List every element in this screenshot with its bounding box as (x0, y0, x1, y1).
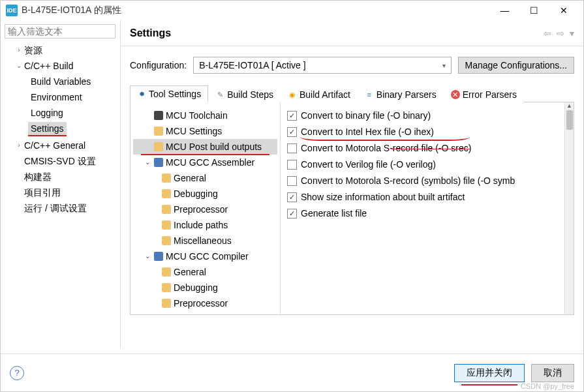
chevron-down-icon[interactable]: ⌄ (145, 156, 154, 169)
tool-tree: MCU ToolchainMCU SettingsMCU Post build … (131, 102, 281, 314)
footer: ? 应用并关闭 取消 CSDN @py_free (1, 354, 583, 391)
tool-tree-label: General (174, 172, 206, 185)
folder-icon (162, 283, 171, 292)
checkbox[interactable] (287, 209, 297, 219)
nav-arrows: ⇦ ⇨ ▾ (541, 28, 574, 38)
scroll-up-icon[interactable]: ▲ (565, 102, 574, 109)
checkbox-row: Generate list file (287, 205, 567, 222)
checkbox-row: Convert to Motorola S-record file (-O sr… (287, 140, 567, 157)
sidebar: ›资源⌄C/C++ BuildBuild VariablesEnvironmen… (1, 20, 121, 349)
nav-forward-icon[interactable]: ⇨ (557, 28, 564, 38)
tree-item-label: CMSIS-SVD 设置 (24, 155, 96, 168)
binary-icon: ≡ (365, 90, 374, 99)
checkbox[interactable] (287, 176, 297, 186)
tree-item[interactable]: CMSIS-SVD 设置 (3, 153, 117, 169)
maximize-button[interactable]: ☐ (519, 1, 549, 20)
tree-item[interactable]: Logging (3, 105, 117, 121)
configuration-label: Configuration: (130, 60, 187, 70)
chevron-right-icon[interactable]: › (14, 44, 24, 57)
tool-tree-item[interactable]: General (133, 170, 277, 186)
tool-tree-item[interactable]: ⌄MCU GCC Assembler (133, 155, 277, 170)
tool-tree-label: General (174, 265, 206, 279)
page-title: Settings (130, 27, 541, 39)
tree-item[interactable]: 构建器 (3, 169, 117, 185)
chevron-down-icon: ▾ (442, 62, 446, 69)
apply-and-close-button[interactable]: 应用并关闭 (454, 364, 525, 382)
checkbox[interactable] (287, 111, 297, 121)
checkbox[interactable] (287, 192, 297, 202)
filter-input[interactable] (5, 24, 115, 38)
tool-tree-item[interactable]: Include paths (133, 311, 277, 314)
tool-tree-item[interactable]: Preprocessor (133, 295, 277, 311)
tree-item[interactable]: 项目引用 (3, 185, 117, 200)
checkbox-row: Convert to Motorola S-record (symbols) f… (287, 173, 567, 189)
category-tree: ›资源⌄C/C++ BuildBuild VariablesEnvironmen… (1, 42, 120, 216)
error-icon: ✕ (451, 90, 460, 99)
checkbox[interactable] (287, 127, 297, 137)
folder-icon (162, 205, 171, 214)
tool-tree-label: Preprocessor (174, 297, 228, 310)
checkbox-label: Convert to Intel Hex file (-O ihex) (301, 125, 434, 139)
checkbox[interactable] (287, 143, 297, 153)
tool-settings-panel: MCU ToolchainMCU SettingsMCU Post build … (130, 102, 574, 315)
tree-item[interactable]: Environment (3, 89, 117, 105)
tab-build-steps[interactable]: ✎Build Steps (208, 86, 281, 102)
tab-error-parsers[interactable]: ✕Error Parsers (444, 86, 524, 102)
tool-tree-item[interactable]: MCU Settings (133, 123, 277, 139)
tool-tree-item[interactable]: MCU Toolchain (133, 108, 277, 123)
checkbox-label: Convert to Motorola S-record (symbols) f… (301, 174, 515, 188)
checkbox-label: Convert to binary file (-O binary) (301, 109, 431, 123)
tree-item[interactable]: ⌄C/C++ Build (3, 58, 117, 74)
titlebar: IDE B-L475E-IOT01A 的属性 — ☐ ✕ (1, 1, 583, 20)
tool-tree-label: MCU Toolchain (166, 109, 228, 122)
tool-tree-label: Debugging (174, 187, 218, 200)
tree-item-label: Environment (28, 91, 85, 104)
nav-back-icon[interactable]: ⇦ (544, 28, 551, 38)
app-icon: IDE (6, 5, 18, 16)
tree-item-label: 运行 / 调试设置 (24, 202, 87, 215)
chevron-right-icon[interactable]: › (14, 139, 24, 152)
tabs: ✹Tool Settings✎Build Steps◉Build Artifac… (130, 85, 574, 102)
scroll-thumb[interactable] (566, 110, 573, 130)
tool-tree-item[interactable]: Preprocessor (133, 202, 277, 217)
tool-tree-item[interactable]: MCU Post build outputs (133, 139, 277, 155)
checkbox[interactable] (287, 160, 297, 170)
checkbox-label: Generate list file (301, 207, 367, 220)
tree-item[interactable]: Build Variables (3, 74, 117, 89)
close-button[interactable]: ✕ (549, 1, 578, 20)
tab-build-artifact[interactable]: ◉Build Artifact (281, 86, 358, 102)
tool-tree-item[interactable]: General (133, 264, 277, 280)
tool-tree-item[interactable]: Debugging (133, 280, 277, 295)
heading-row: Settings ⇦ ⇨ ▾ (121, 20, 583, 46)
tree-item-label: Build Variables (28, 75, 93, 88)
tool-tree-label: Miscellaneous (174, 234, 232, 247)
tool-tree-label: Preprocessor (174, 203, 228, 216)
tool-tree-item[interactable]: Debugging (133, 186, 277, 202)
tool-tree-item[interactable]: Miscellaneous (133, 233, 277, 249)
tree-item[interactable]: Settings (3, 121, 117, 138)
chevron-down-icon[interactable]: ⌄ (14, 59, 24, 72)
tree-item-label: 项目引用 (24, 186, 61, 199)
tree-item[interactable]: ›资源 (3, 42, 117, 58)
cancel-button[interactable]: 取消 (531, 364, 574, 382)
tree-item-label: Settings (28, 122, 67, 136)
tool-tree-item[interactable]: Include paths (133, 217, 277, 233)
nav-menu-icon[interactable]: ▾ (570, 28, 574, 38)
checkbox-panel: Convert to binary file (-O binary)Conver… (281, 102, 574, 314)
configuration-bar: Configuration: B-L475E-IOT01A [ Active ]… (121, 46, 583, 85)
minimize-button[interactable]: — (490, 1, 519, 20)
vertical-scrollbar[interactable]: ▲ (564, 102, 574, 314)
chevron-down-icon[interactable]: ⌄ (145, 250, 154, 263)
configuration-dropdown[interactable]: B-L475E-IOT01A [ Active ] ▾ (193, 57, 451, 74)
tree-item[interactable]: ›C/C++ General (3, 138, 117, 153)
tab-binary-parsers[interactable]: ≡Binary Parsers (358, 86, 444, 102)
tab-tool-settings[interactable]: ✹Tool Settings (130, 85, 208, 102)
tree-item[interactable]: 运行 / 调试设置 (3, 200, 117, 216)
tool-tree-label: MCU GCC Compiler (166, 250, 249, 263)
tab-label: Build Steps (227, 89, 273, 100)
tab-label: Build Artifact (300, 89, 350, 100)
manage-configurations-button[interactable]: Manage Configurations... (458, 57, 574, 74)
help-icon[interactable]: ? (10, 366, 24, 380)
tool-tree-item[interactable]: ⌄MCU GCC Compiler (133, 249, 277, 264)
cancel-label: 取消 (544, 367, 562, 379)
